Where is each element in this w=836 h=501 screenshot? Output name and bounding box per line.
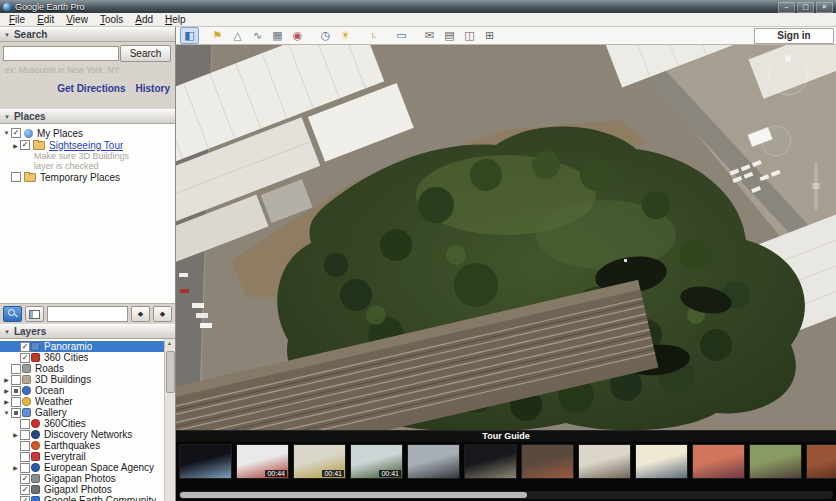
checkbox[interactable] bbox=[20, 419, 30, 429]
tour-thumbnail[interactable]: 00:41 bbox=[350, 444, 403, 479]
layer-item-ocean[interactable]: ▶Ocean bbox=[0, 385, 175, 396]
checkbox[interactable] bbox=[11, 172, 21, 182]
ruler-icon[interactable]: ▭ bbox=[392, 27, 411, 44]
menu-file[interactable]: File bbox=[3, 14, 31, 25]
tour-thumbnail[interactable] bbox=[179, 444, 232, 479]
layer-item-3d-buildings[interactable]: ▶3D Buildings bbox=[0, 374, 175, 385]
expander-icon[interactable]: ▶ bbox=[2, 376, 11, 383]
print-icon[interactable]: ▤ bbox=[440, 27, 459, 44]
placemark-icon[interactable]: ⚑ bbox=[208, 27, 227, 44]
places-item-label[interactable]: Sightseeing Tour bbox=[49, 140, 123, 151]
layer-item-everytrail[interactable]: Everytrail bbox=[0, 451, 175, 462]
search-button[interactable]: Search bbox=[120, 45, 171, 62]
panel-view-button[interactable] bbox=[25, 306, 44, 322]
previous-place-button[interactable]: ◆ bbox=[131, 306, 150, 322]
checkbox[interactable] bbox=[20, 441, 30, 451]
layer-item-panoramio[interactable]: ✓Panoramio bbox=[0, 341, 175, 352]
tour-thumbnail[interactable] bbox=[635, 444, 688, 479]
close-button[interactable]: ✕ bbox=[816, 2, 833, 13]
checkbox[interactable]: ✓ bbox=[20, 496, 30, 501]
checkbox[interactable]: ✓ bbox=[20, 485, 30, 495]
historical-imagery-icon[interactable]: ◷ bbox=[316, 27, 335, 44]
expander-icon[interactable]: ▶ bbox=[11, 142, 20, 149]
save-image-icon[interactable]: ◫ bbox=[460, 27, 479, 44]
tour-item-town-of-vi[interactable]: Town of Vi bbox=[806, 444, 836, 481]
tour-item-kings-park-and[interactable]: 00:44Kings Park and ... bbox=[236, 444, 289, 481]
menu-view[interactable]: View bbox=[60, 14, 94, 25]
layer-item-discovery-networks[interactable]: ▶Discovery Networks bbox=[0, 429, 175, 440]
tour-item-victoria-park[interactable]: Victoria Park bbox=[692, 444, 745, 481]
scrollbar-thumb[interactable] bbox=[166, 351, 175, 393]
checkbox[interactable] bbox=[11, 397, 21, 407]
tour-thumbnail[interactable] bbox=[749, 444, 802, 479]
expander-icon[interactable]: ▶ bbox=[11, 431, 20, 438]
places-item-sightseeing-tour[interactable]: ▶✓Sightseeing Tour bbox=[0, 139, 175, 151]
layer-item-360-cities[interactable]: ✓360 Cities bbox=[0, 352, 175, 363]
scroll-up-icon[interactable]: ▲ bbox=[165, 339, 174, 348]
toggle-sidebar-icon[interactable]: ◧ bbox=[180, 27, 199, 44]
tour-item-nedlands[interactable]: Nedlands bbox=[578, 444, 631, 481]
next-place-button[interactable]: ◆ bbox=[153, 306, 172, 322]
tour-item-faulkner-park[interactable]: Faulkner Park bbox=[521, 444, 574, 481]
layer-item-360cities[interactable]: 360Cities bbox=[0, 418, 175, 429]
search-section-header[interactable]: ▼ Search bbox=[0, 27, 175, 42]
places-section-header[interactable]: ▼ Places bbox=[0, 109, 175, 124]
checkbox[interactable] bbox=[20, 430, 30, 440]
places-filter-input[interactable] bbox=[47, 306, 128, 322]
email-icon[interactable]: ✉ bbox=[420, 27, 439, 44]
maximize-button[interactable]: ▢ bbox=[797, 2, 814, 13]
tour-item-canning-vale[interactable]: Canning Vale bbox=[635, 444, 688, 481]
checkbox[interactable]: ✓ bbox=[20, 342, 30, 352]
sunlight-icon[interactable]: ☀ bbox=[336, 27, 355, 44]
view-in-maps-icon[interactable]: ⊞ bbox=[480, 27, 499, 44]
menu-help[interactable]: Help bbox=[159, 14, 192, 25]
tour-thumbnail[interactable]: 00:41 bbox=[293, 444, 346, 479]
minimize-button[interactable]: – bbox=[778, 2, 795, 13]
checkbox[interactable] bbox=[11, 375, 21, 385]
layer-item-google-earth-community[interactable]: ✓Google Earth Community bbox=[0, 495, 175, 501]
image-overlay-icon[interactable]: ▦ bbox=[268, 27, 287, 44]
expander-icon[interactable]: ▶ bbox=[2, 398, 11, 405]
layer-item-european-space-agency[interactable]: ▶European Space Agency bbox=[0, 462, 175, 473]
scrollbar-thumb[interactable] bbox=[180, 492, 527, 498]
layer-item-gigapan-photos[interactable]: ✓Gigapan Photos bbox=[0, 473, 175, 484]
checkbox[interactable] bbox=[20, 452, 30, 462]
places-item-my-places[interactable]: ▼✓My Places bbox=[0, 127, 175, 139]
layer-item-gigapxl-photos[interactable]: ✓Gigapxl Photos bbox=[0, 484, 175, 495]
tour-item-mount-cooke[interactable]: 00:41Mount Cooke bbox=[350, 444, 403, 481]
layer-item-roads[interactable]: Roads bbox=[0, 363, 175, 374]
menu-edit[interactable]: Edit bbox=[31, 14, 60, 25]
tour-item-mount-dale[interactable]: 00:41Mount Dale bbox=[293, 444, 346, 481]
checkbox[interactable]: ✓ bbox=[20, 474, 30, 484]
menu-tools[interactable]: Tools bbox=[94, 14, 129, 25]
path-icon[interactable]: ∿ bbox=[248, 27, 267, 44]
layer-item-weather[interactable]: ▶Weather bbox=[0, 396, 175, 407]
tour-thumbnail[interactable] bbox=[578, 444, 631, 479]
layers-section-header[interactable]: ▼ Layers bbox=[0, 324, 175, 339]
tour-thumbnail[interactable] bbox=[464, 444, 517, 479]
search-input[interactable] bbox=[3, 46, 119, 61]
tour-guide-scrollbar[interactable] bbox=[179, 491, 833, 499]
checkbox[interactable] bbox=[11, 408, 21, 418]
search-places-button[interactable] bbox=[3, 306, 22, 322]
sign-in-button[interactable]: Sign in bbox=[754, 28, 834, 44]
tour-thumbnail[interactable] bbox=[692, 444, 745, 479]
checkbox[interactable]: ✓ bbox=[20, 140, 30, 150]
tour-thumbnail[interactable] bbox=[806, 444, 836, 479]
map-view[interactable]: N Tour Guide Perth00:44Kings Park and ..… bbox=[176, 45, 836, 501]
tour-item-fremantle[interactable]: Fremantle bbox=[464, 444, 517, 481]
checkbox[interactable] bbox=[20, 463, 30, 473]
tour-thumbnail[interactable] bbox=[407, 444, 460, 479]
layer-item-earthquakes[interactable]: Earthquakes bbox=[0, 440, 175, 451]
tour-item-perth[interactable]: Perth bbox=[179, 444, 232, 481]
history-link[interactable]: History bbox=[136, 83, 170, 94]
planets-icon[interactable]: ♄ bbox=[364, 27, 383, 44]
tour-item-subiaco[interactable]: Subiaco bbox=[749, 444, 802, 481]
checkbox[interactable]: ✓ bbox=[11, 128, 21, 138]
tour-item-mandurah[interactable]: Mandurah bbox=[407, 444, 460, 481]
expander-icon[interactable]: ▼ bbox=[2, 130, 11, 136]
places-item-temporary-places[interactable]: Temporary Places bbox=[0, 171, 175, 183]
expander-icon[interactable]: ▶ bbox=[2, 387, 11, 394]
tour-thumbnail[interactable] bbox=[521, 444, 574, 479]
checkbox[interactable] bbox=[11, 386, 21, 396]
